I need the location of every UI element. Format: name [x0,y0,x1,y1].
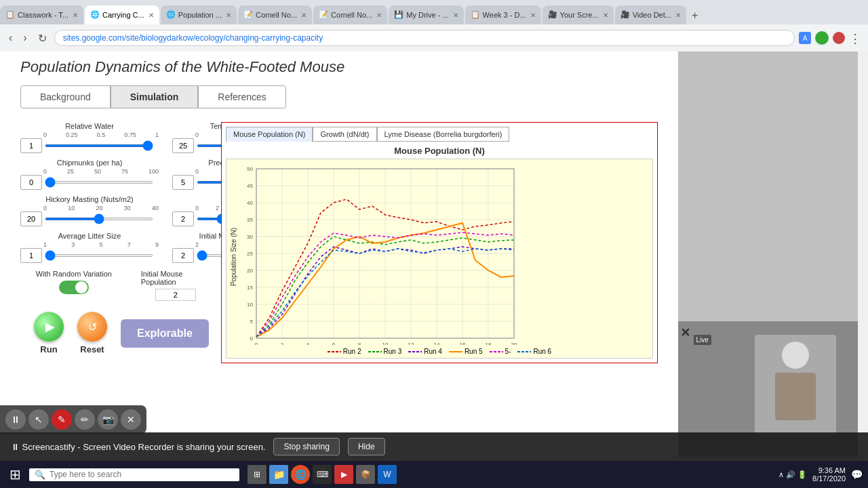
svg-text:35: 35 [247,217,253,223]
svg-text:40: 40 [247,200,253,206]
more-icon[interactable]: ⋮ [849,31,863,45]
close-tab-c2[interactable]: ✕ [376,12,382,19]
svg-text:50: 50 [247,166,253,172]
taskbar-search-bar[interactable]: 🔍 [29,468,239,481]
pause-annotation-button[interactable]: ⏸ [5,409,26,430]
new-tab-button[interactable]: + [688,7,702,24]
forward-button[interactable]: › [20,30,30,45]
chipmunks-slider[interactable] [45,181,153,184]
camera-tool-button[interactable]: 📷 [98,409,118,430]
tab-carrying[interactable]: 🌐 Carrying C... ✕ [85,5,159,24]
screencastify-bar: ⏸ Screencastify - Screen Video Recorder … [0,432,868,461]
hickory-value: 20 [20,211,42,226]
tab-drive[interactable]: 💾 My Drive - ... ✕ [389,5,463,24]
close-annotation-button[interactable]: ✕ [121,409,141,430]
close-tab-classwork[interactable]: ✕ [73,12,78,19]
close-tab-carrying[interactable]: ✕ [149,12,154,19]
litter-slider[interactable] [45,254,153,257]
close-tab-yourscr[interactable]: ✕ [603,12,608,19]
webcam-body [775,373,816,420]
notification-icon[interactable]: 💬 [851,469,863,480]
hickory-slider[interactable] [45,218,153,220]
refresh-button[interactable]: ↻ [35,30,50,46]
chart-wrapper: Population Size (N) 0 5 10 [226,159,653,359]
vscode-icon[interactable]: ⌨ [313,465,332,484]
chart-tab-population[interactable]: Mouse Population (N) [226,127,313,142]
run-button[interactable]: ▶ Run [34,312,64,354]
hide-button[interactable]: Hide [348,438,385,455]
tab-week3[interactable]: 📋 Week 3 - D... ✕ [465,5,541,24]
water-value: 1 [20,138,42,153]
file-explorer-icon[interactable]: 📁 [269,465,288,484]
close-tab-drive[interactable]: ✕ [453,12,458,19]
favicon-yourscr: 🎥 [548,10,557,20]
close-tab-week3[interactable]: ✕ [530,12,536,19]
legend-5dash-label: 5- [505,348,511,355]
tab-cornell1[interactable]: 📝 Cornell No... ✕ [238,5,312,24]
back-button[interactable]: ‹ [5,30,16,45]
random-variation-toggle[interactable] [59,281,89,294]
app6-icon[interactable]: 📦 [356,465,375,484]
reset-symbol: ↺ [88,321,97,333]
init-mouse-input[interactable] [155,289,196,301]
task-view-icon[interactable]: ⊞ [248,465,267,484]
tab-label-yourscr: Your Scre... [560,11,599,19]
tab-references[interactable]: References [198,85,286,108]
profile-icon[interactable] [815,31,829,45]
stop-sharing-button[interactable]: Stop sharing [273,438,339,455]
y-grid: 0 5 10 15 20 25 30 [247,166,514,342]
chrome-icon[interactable]: 🌐 [291,465,310,484]
legend-run2: Run 2 [328,348,361,355]
controls-panel: Relative Water 00.250.50.751 1 Temperatu… [20,122,210,363]
tab-simulation[interactable]: Simulation [111,85,199,108]
search-icon: 🔍 [35,470,45,480]
tray-icons: ∧ 🔊 🔋 [778,470,807,479]
tab-classwork[interactable]: 📋 Classwork - T... ✕ [0,5,83,24]
legend-run3-label: Run 3 [384,348,402,355]
start-button[interactable]: ⊞ [5,466,25,483]
relative-water-label: Relative Water [20,122,159,130]
favicon-drive: 💾 [394,10,403,20]
x-grid: 0 2 4 6 8 10 12 [255,169,517,345]
cursor-tool-button[interactable]: ↖ [28,409,49,430]
address-bar[interactable] [54,30,795,46]
area-value: 2 [172,211,194,226]
tab-videodet[interactable]: 🎥 Video Det... ✕ [615,5,686,24]
toggle-knob [75,281,87,293]
tab-yourscr[interactable]: 🎥 Your Scre... ✕ [542,5,614,24]
pen-tool-button[interactable]: ✎ [52,409,72,430]
clock-time: 9:36 AM [812,466,846,474]
webcam-head [782,342,809,369]
highlighter-tool-button[interactable]: ✏ [75,409,95,430]
svg-text:25: 25 [247,251,253,257]
favicon-population: 🌐 [166,10,176,20]
water-slider[interactable] [45,144,153,147]
control-litter: Average Litter Size 13579 1 [20,232,159,263]
chart-tab-growth[interactable]: Growth (dN/dt) [313,127,376,142]
explorable-button[interactable]: Explorable [121,319,209,348]
tab-background[interactable]: Background [20,85,111,108]
chart-tab-lyme[interactable]: Lyme Disease (Borrelia burgdorferi) [377,127,510,142]
browser-chrome: 📋 Classwork - T... ✕ 🌐 Carrying C... ✕ 🌐… [0,0,868,52]
adblock-icon[interactable] [833,32,845,44]
action-row: ▶ Run ↺ Reset Explorable [20,312,210,354]
app5-icon[interactable]: ▶ [334,465,353,484]
svg-text:8: 8 [358,342,361,345]
page-content: Population Dynamics of the White-Footed … [0,52,678,458]
extensions-icon[interactable]: A [799,32,811,44]
tab-cornell2[interactable]: 📝 Cornell No... ✕ [313,5,387,24]
close-tab-c1[interactable]: ✕ [301,12,307,19]
svg-text:2: 2 [281,342,284,345]
svg-text:12: 12 [408,342,414,345]
close-tab-pop[interactable]: ✕ [226,12,231,19]
tab-label-drive: My Drive - ... [406,11,448,19]
svg-text:0: 0 [255,342,258,345]
close-tab-videodet[interactable]: ✕ [675,12,681,19]
app7-icon[interactable]: W [378,465,397,484]
taskbar-search-input[interactable] [50,470,226,479]
init-mouse-input-label: Initial Mouse Population [141,270,210,286]
tab-population[interactable]: 🌐 Population ... ✕ [161,5,237,24]
tab-label-week3: Week 3 - D... [483,11,526,19]
clock: 9:36 AM 8/17/2020 [812,466,846,483]
reset-button[interactable]: ↺ Reset [77,312,107,354]
